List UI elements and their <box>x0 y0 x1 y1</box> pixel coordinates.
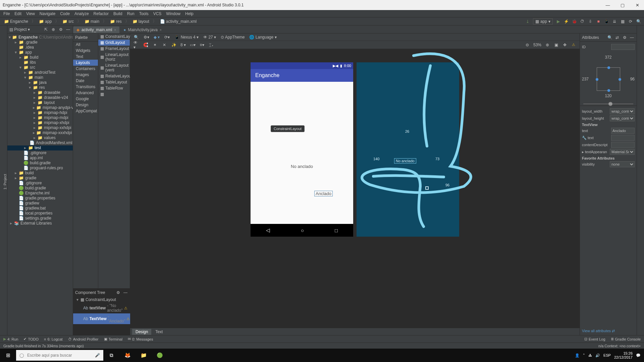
pack-icon[interactable]: ▭▾ <box>190 42 195 48</box>
palette-cat[interactable]: Widgets <box>73 48 98 54</box>
hide-icon[interactable]: — <box>123 290 128 295</box>
attr-width-select[interactable]: wrap_content <box>610 108 635 114</box>
warning-icon[interactable]: ⚠ <box>571 42 576 48</box>
crumb-project[interactable]: 📁 Enganche <box>3 19 30 24</box>
palette-cat[interactable]: Google <box>73 96 98 102</box>
design-surface[interactable]: ▶◀▮8:00 Enganche ConstraintLayout No anc… <box>130 49 580 328</box>
attr-text2-input[interactable] <box>611 135 635 141</box>
design-mode-icon[interactable]: ◆ ▾ <box>154 35 160 40</box>
tray-lang[interactable]: ESP <box>603 353 611 357</box>
eye-icon[interactable]: 👁▾ <box>133 42 139 48</box>
attr-ta-select[interactable]: Material.Small <box>610 149 635 155</box>
palette-item[interactable]: ▦FrameLayout <box>98 46 130 52</box>
tree-item[interactable]: ▾📁main <box>7 75 73 80</box>
blueprint-preview[interactable]: No anclado 140 73 26 96 <box>357 62 459 237</box>
menu-help[interactable]: Help <box>185 11 194 16</box>
ct-root[interactable]: ▾▦ ConstraintLayout <box>73 297 130 303</box>
hide-icon[interactable]: — <box>629 35 635 40</box>
palette-cat[interactable]: Containers <box>73 66 98 72</box>
tray-people-icon[interactable]: 👤 <box>575 353 580 358</box>
tree-item[interactable]: ▸📁mipmap-xxhdpi <box>7 125 73 130</box>
minimize-button[interactable]: — <box>602 3 613 8</box>
constraint-widget[interactable]: 372 237 96 120 50 <box>580 52 637 106</box>
avd-icon[interactable]: 📱 <box>604 19 609 24</box>
palette-item[interactable]: ▦RelativeLayout <box>98 73 130 79</box>
tree-item[interactable]: ▾📁src <box>7 65 73 70</box>
menu-run[interactable]: Run <box>127 11 135 16</box>
menu-code[interactable]: Code <box>60 11 70 16</box>
tree-item[interactable]: ▾📁app <box>7 50 73 55</box>
btn-gradle-console[interactable]: ≣ Gradle Console <box>611 337 641 341</box>
zoom-out-icon[interactable]: ⊖ <box>525 42 530 48</box>
fit-icon[interactable]: ▣ <box>553 42 559 48</box>
structure-icon[interactable]: ▦ <box>620 19 625 24</box>
menu-vcs[interactable]: VCS <box>153 11 162 16</box>
gear-icon[interactable]: ⚙ <box>622 35 627 40</box>
tab-text[interactable]: Text <box>152 329 166 335</box>
tree-item[interactable]: ▸📁gradle <box>7 176 73 181</box>
target-icon[interactable]: ⊕ <box>51 27 56 32</box>
tray-notifications-icon[interactable]: 💬 <box>636 353 641 358</box>
tab-activity-main[interactable]: ◆activity_main.xml× <box>73 26 119 33</box>
tree-item[interactable]: ▸📁mipmap-mdpi <box>7 115 73 120</box>
crumb-layout[interactable]: 📁 layout <box>131 19 151 24</box>
preview-text1[interactable]: No anclado <box>251 164 353 169</box>
tree-item[interactable]: 📄local.properties <box>7 211 73 216</box>
attr-id-input[interactable] <box>611 44 635 50</box>
palette-item[interactable]: ▦TableRow <box>98 85 130 91</box>
orientation-icon[interactable]: ⟳▾ <box>164 35 170 40</box>
attr-cd-input[interactable] <box>611 142 635 148</box>
tray-network-icon[interactable]: 🖧 <box>588 353 592 357</box>
profile-icon[interactable]: ⏱ <box>580 19 585 24</box>
mic-icon[interactable]: 🎤 <box>95 353 100 358</box>
sync-icon[interactable]: ⟳ <box>628 19 633 24</box>
close-button[interactable]: ✕ <box>632 3 643 8</box>
tree-item[interactable]: ▸📁mipmap-xxxhdpi <box>7 130 73 135</box>
attr-text-input[interactable] <box>611 128 635 134</box>
palette-item[interactable]: ▦LinearLayout (verti <box>98 62 130 73</box>
tree-item[interactable]: ▸📁mipmap-anydpi-v26 <box>7 105 73 110</box>
palette-cat[interactable]: Date <box>73 78 98 84</box>
tree-item[interactable]: ▸📁drawable <box>7 90 73 95</box>
taskbar-search[interactable]: ◯Escribe aquí para buscar🎤 <box>16 350 103 361</box>
tree-item[interactable]: ▸📁mipmap-xhdpi <box>7 120 73 125</box>
tree-item[interactable]: 📄gradlew.bat <box>7 206 73 211</box>
tree-item[interactable]: ▸📁androidTest <box>7 70 73 75</box>
swap-icon[interactable]: ⇄ <box>614 35 620 40</box>
crumb-res[interactable]: 📁 res <box>109 19 123 24</box>
gear-icon[interactable]: ⚙▾ <box>144 35 149 40</box>
gutter-project[interactable]: 1: Project <box>3 174 7 189</box>
tree-item[interactable]: 📄settings.gradle <box>7 216 73 221</box>
btn-eventlog[interactable]: ⊡ Event Log <box>584 337 605 341</box>
margin-value[interactable]: 8 ▾ <box>180 43 186 47</box>
component-tree-item[interactable]: Ab TextView - "Anclado" ⚠ <box>73 313 130 324</box>
taskbar-android-studio[interactable]: 🟢 <box>152 349 168 362</box>
tree-item[interactable]: 🟢build.gradle <box>7 161 73 166</box>
palette-cat[interactable]: Images <box>73 72 98 78</box>
palette-item[interactable]: ▦GridLayout <box>98 40 130 46</box>
taskbar-firefox[interactable]: 🦊 <box>119 349 136 362</box>
menu-refactor[interactable]: Refactor <box>94 11 109 16</box>
pan-icon[interactable]: ✥ <box>562 42 568 48</box>
taskbar-explorer[interactable]: 📁 <box>136 349 152 362</box>
palette-categories[interactable]: AllWidgetsTextLayoutsContainersImagesDat… <box>73 42 98 114</box>
stop-icon[interactable]: ■ <box>596 19 601 24</box>
palette-cat[interactable]: AppCompat <box>73 108 98 114</box>
zoom-in-icon[interactable]: ⊕ <box>545 42 550 48</box>
crumb-app[interactable]: 📁 app <box>38 19 53 24</box>
search-icon[interactable]: 🔍 <box>607 35 612 40</box>
device-selector[interactable]: 📱 Nexus 4 ▾ <box>174 35 199 40</box>
gear-icon[interactable]: ⚙ <box>58 27 63 32</box>
tray-volume-icon[interactable]: 🔊 <box>595 353 600 358</box>
project-tree[interactable]: ▾📁Enganche C:\Users\pcx\AndroidStudioPr▸… <box>7 34 73 335</box>
align-icon[interactable]: ≡▾ <box>199 42 205 48</box>
tree-item[interactable]: ▸📁java <box>7 80 73 85</box>
magnet-icon[interactable]: 🧲 <box>143 42 148 48</box>
close-tab-icon[interactable]: × <box>114 28 116 32</box>
attr-height-select[interactable]: wrap_content <box>610 115 635 121</box>
palette-item[interactable]: ▦TableLayout <box>98 79 130 85</box>
hide-icon[interactable]: — <box>65 27 71 32</box>
menu-window[interactable]: Window <box>166 11 180 16</box>
tree-item[interactable]: 📄gradle.properties <box>7 196 73 201</box>
tree-item[interactable]: 📄app.iml <box>7 156 73 161</box>
